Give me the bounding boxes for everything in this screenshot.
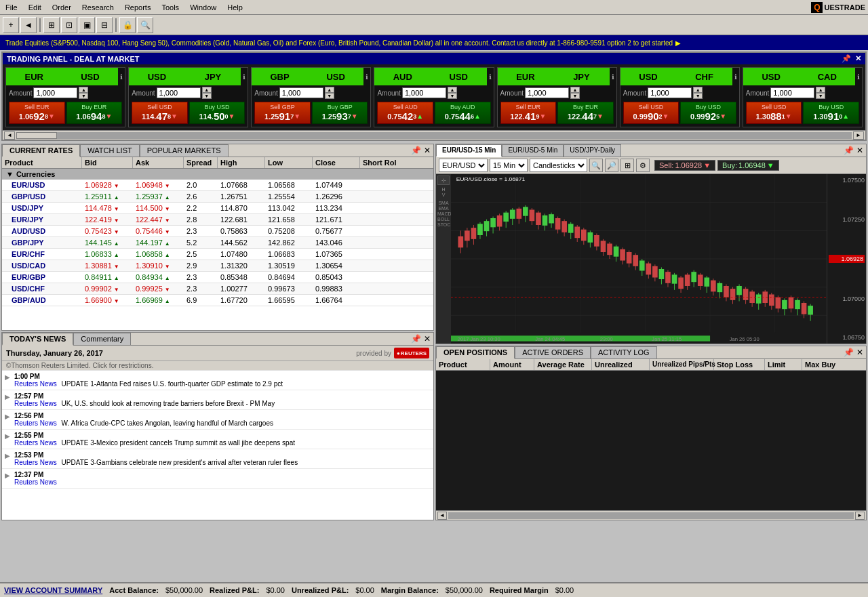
pair-spin-down-gbpusd[interactable]: ▼ bbox=[325, 93, 334, 99]
sell-btn-audusd[interactable]: Sell AUD 0.75423▲ bbox=[377, 102, 433, 124]
toolbar-back-btn[interactable]: ◄ bbox=[20, 17, 37, 33]
pair-amount-input-gbpusd[interactable] bbox=[279, 87, 323, 98]
pair-info-usdchf[interactable]: ℹ bbox=[732, 68, 739, 85]
menu-edit[interactable]: Edit bbox=[23, 2, 47, 13]
rates-close-icon[interactable]: ✕ bbox=[424, 146, 431, 155]
toolbar-search-btn[interactable]: 🔍 bbox=[137, 17, 153, 33]
pair-info-usdjpy[interactable]: ℹ bbox=[241, 68, 248, 85]
pair-info-eurjpy[interactable]: ℹ bbox=[610, 68, 616, 85]
tab-watch-list[interactable]: WATCH LIST bbox=[80, 144, 139, 157]
tp-scroll-left[interactable]: ◄ bbox=[4, 131, 15, 140]
news-item[interactable]: ▶ 12:56 PM Reuters News W. Africa Crude-… bbox=[2, 410, 433, 430]
buy-btn-usdcad[interactable]: Buy USD 1.30910▲ bbox=[803, 102, 859, 124]
toolbar-new-btn[interactable]: + bbox=[3, 17, 19, 33]
tp-scroll-thumb[interactable] bbox=[16, 132, 57, 139]
rates-row[interactable]: EUR/USD 1.06928 ▼ 1.06948 ▼ 2.0 1.07668 … bbox=[2, 180, 433, 191]
chart-fit-btn[interactable]: ⊞ bbox=[620, 159, 634, 172]
rates-row[interactable]: GBP/AUD 1.66900 ▼ 1.66969 ▲ 6.9 1.67720 … bbox=[2, 295, 433, 306]
news-pin-icon[interactable]: 📌 bbox=[411, 334, 421, 344]
chart-tab-usdjpy-d[interactable]: USD/JPY-Daily bbox=[564, 144, 621, 157]
pair-amount-input-usdchf[interactable] bbox=[648, 87, 692, 98]
news-close-icon[interactable]: ✕ bbox=[424, 334, 431, 344]
chart-tab-eurusd-5[interactable]: EUR/USD-5 Min bbox=[502, 144, 564, 157]
news-item[interactable]: ▶ 12:57 PM Reuters News UK, U.S. should … bbox=[2, 390, 433, 410]
chart-tool-cursor[interactable]: ⊹ bbox=[437, 176, 450, 185]
pair-spin-down-usdjpy[interactable]: ▼ bbox=[202, 93, 212, 99]
chart-pin-icon[interactable]: 📌 bbox=[844, 146, 854, 155]
buy-btn-usdchf[interactable]: Buy USD 0.99925▼ bbox=[680, 102, 736, 124]
positions-pin-icon[interactable]: 📌 bbox=[844, 348, 854, 357]
rates-row[interactable]: USD/CAD 1.30881 ▼ 1.30910 ▼ 2.9 1.31320 … bbox=[2, 260, 433, 272]
trading-panel-scrollbar[interactable]: ◄ ► bbox=[3, 130, 865, 140]
chart-close-icon[interactable]: ✕ bbox=[856, 146, 863, 155]
pair-spin-up-eurusd[interactable]: ▲ bbox=[79, 87, 88, 93]
rates-row[interactable]: USD/JPY 114.478 ▼ 114.500 ▼ 2.2 114.870 … bbox=[2, 203, 433, 214]
pair-spin-up-usdjpy[interactable]: ▲ bbox=[202, 87, 212, 93]
rates-row[interactable]: EUR/GBP 0.84911 ▲ 0.84934 ▲ 2.3 0.85348 … bbox=[2, 272, 433, 283]
tab-activity-log[interactable]: ACTIVITY LOG bbox=[591, 346, 657, 358]
pair-spin-up-eurjpy[interactable]: ▲ bbox=[570, 87, 580, 93]
view-account-summary-btn[interactable]: VIEW ACCOUNT SUMMARY bbox=[4, 586, 102, 594]
pos-scroll-right-btn[interactable]: ► bbox=[855, 512, 865, 520]
chart-type-select[interactable]: Candlesticks bbox=[530, 159, 587, 172]
toolbar-minimize-btn[interactable]: ⊟ bbox=[96, 17, 113, 33]
chart-tab-eurusd-15[interactable]: EUR/USD-15 Min bbox=[436, 144, 502, 157]
buy-btn-gbpusd[interactable]: Buy GBP 1.25937▼ bbox=[312, 102, 368, 124]
buy-btn-eurusd[interactable]: Buy EUR 1.06948▼ bbox=[66, 102, 123, 124]
sell-btn-eurjpy[interactable]: Sell EUR 122.419▼ bbox=[500, 102, 557, 124]
pair-spin-down-usdcad[interactable]: ▼ bbox=[816, 93, 825, 99]
menu-order[interactable]: Order bbox=[47, 2, 77, 13]
tab-current-rates[interactable]: CURRENT RATES bbox=[2, 144, 80, 157]
sell-btn-eurusd[interactable]: Sell EUR 1.06928▼ bbox=[9, 102, 65, 124]
chart-settings-btn[interactable]: ⚙ bbox=[636, 159, 650, 172]
chart-timeframe-select[interactable]: 15 Min bbox=[490, 159, 528, 172]
pair-info-audusd[interactable]: ℹ bbox=[487, 68, 494, 85]
menu-window[interactable]: Window bbox=[184, 2, 222, 13]
tab-commentary[interactable]: Commentary bbox=[73, 333, 131, 345]
buy-btn-eurjpy[interactable]: Buy EUR 122.447▼ bbox=[557, 102, 614, 124]
news-item[interactable]: ▶ 12:37 PM Reuters News bbox=[2, 469, 433, 489]
rates-row[interactable]: GBP/USD 1.25911 ▲ 1.25937 ▲ 2.6 1.26751 … bbox=[2, 191, 433, 203]
pair-spin-up-gbpusd[interactable]: ▲ bbox=[325, 87, 334, 93]
news-item[interactable]: ▶ 1:00 PM Reuters News UPDATE 1-Atlanta … bbox=[2, 371, 433, 390]
pair-spin-down-eurusd[interactable]: ▼ bbox=[79, 93, 88, 99]
rates-row[interactable]: USD/CHF 0.99902 ▼ 0.99925 ▼ 2.3 1.00277 … bbox=[2, 283, 433, 295]
positions-close-icon[interactable]: ✕ bbox=[856, 348, 863, 357]
toolbar-window-btn[interactable]: ⊡ bbox=[61, 17, 77, 33]
pair-spin-up-usdchf[interactable]: ▲ bbox=[693, 87, 703, 93]
toolbar-tile-btn[interactable]: ▣ bbox=[79, 17, 95, 33]
tab-popular-markets[interactable]: POPULAR MARKETS bbox=[140, 144, 229, 157]
news-item[interactable]: ▶ 12:55 PM Reuters News UPDATE 3-Mexico … bbox=[2, 430, 433, 449]
trading-panel-close[interactable]: ✕ bbox=[855, 54, 861, 63]
sell-btn-usdjpy[interactable]: Sell USD 114.478▼ bbox=[132, 102, 188, 124]
buy-btn-audusd[interactable]: Buy AUD 0.75446▲ bbox=[435, 102, 491, 124]
pair-amount-input-usdcad[interactable] bbox=[770, 87, 814, 98]
positions-scrollbar[interactable]: ◄ ► bbox=[436, 510, 866, 520]
tab-open-positions[interactable]: OPEN POSITIONS bbox=[436, 346, 515, 359]
menu-reports[interactable]: Reports bbox=[119, 2, 157, 13]
chart-zoom-out-btn[interactable]: 🔎 bbox=[605, 159, 618, 172]
tab-active-orders[interactable]: ACTIVE ORDERS bbox=[515, 346, 591, 358]
tab-todays-news[interactable]: TODAY'S NEWS bbox=[2, 333, 73, 346]
pair-amount-input-eurjpy[interactable] bbox=[525, 87, 569, 98]
trading-panel-pin[interactable]: 📌 bbox=[842, 54, 851, 63]
pair-spin-down-usdchf[interactable]: ▼ bbox=[693, 93, 703, 99]
pair-spin-down-audusd[interactable]: ▼ bbox=[448, 93, 457, 99]
menu-file[interactable]: File bbox=[0, 2, 23, 13]
rates-pin-icon[interactable]: 📌 bbox=[411, 146, 421, 155]
pair-spin-up-audusd[interactable]: ▲ bbox=[448, 87, 457, 93]
pos-scroll-left-btn[interactable]: ◄ bbox=[437, 512, 447, 520]
sell-btn-usdchf[interactable]: Sell USD 0.99902▼ bbox=[623, 102, 679, 124]
pair-info-usdcad[interactable]: ℹ bbox=[855, 68, 862, 85]
pair-amount-input-audusd[interactable] bbox=[402, 87, 446, 98]
pair-spin-up-usdcad[interactable]: ▲ bbox=[816, 87, 825, 93]
rates-row[interactable]: EUR/JPY 122.419 ▼ 122.447 ▼ 2.8 122.681 … bbox=[2, 214, 433, 226]
pair-spin-down-eurjpy[interactable]: ▼ bbox=[570, 93, 580, 99]
sell-btn-usdcad[interactable]: Sell USD 1.30881▼ bbox=[746, 102, 802, 124]
chart-zoom-in-btn[interactable]: 🔍 bbox=[589, 159, 603, 172]
rates-row[interactable]: EUR/CHF 1.06833 ▲ 1.06858 ▲ 2.5 1.07480 … bbox=[2, 249, 433, 260]
pair-amount-input-usdjpy[interactable] bbox=[157, 87, 201, 98]
rates-row[interactable]: AUD/USD 0.75423 ▼ 0.75446 ▼ 2.3 0.75863 … bbox=[2, 226, 433, 237]
chart-symbol-select[interactable]: EUR/USD bbox=[439, 159, 488, 172]
sell-btn-gbpusd[interactable]: Sell GBP 1.25917▼ bbox=[254, 102, 311, 124]
